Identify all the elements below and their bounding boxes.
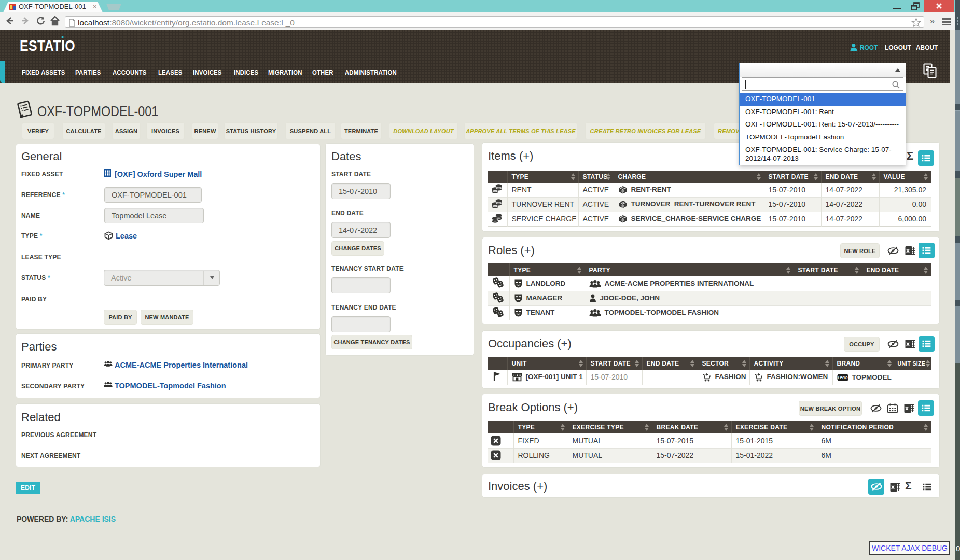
svg-text:LEGO: LEGO bbox=[838, 376, 847, 380]
